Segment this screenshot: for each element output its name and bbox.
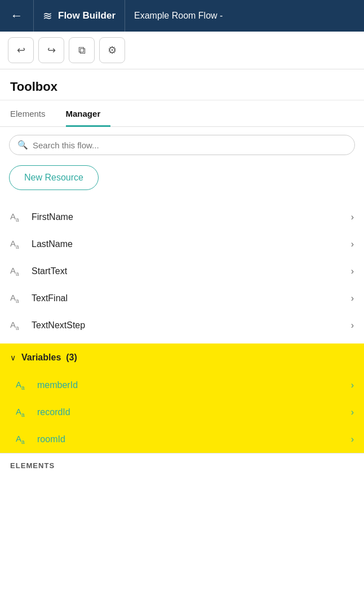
string-type-icon: Aa: [10, 320, 25, 331]
search-icon: 🔍: [17, 140, 28, 150]
resource-name: StartText: [32, 266, 344, 276]
tabs-container: Elements Manager: [0, 100, 364, 127]
list-item[interactable]: Aa roomId ›: [0, 426, 364, 453]
variables-header[interactable]: ∨ Variables (3): [0, 343, 364, 372]
chevron-right-icon: ›: [351, 266, 354, 276]
string-type-icon: Aa: [16, 407, 30, 418]
toolbox-title: Toolbox: [0, 69, 364, 100]
string-type-icon: Aa: [10, 239, 25, 250]
list-item[interactable]: Aa FirstName ›: [0, 204, 364, 231]
tab-manager[interactable]: Manager: [66, 101, 111, 127]
search-container: 🔍: [0, 127, 364, 163]
chevron-right-icon: ›: [351, 293, 354, 303]
list-item[interactable]: Aa TextFinal ›: [0, 285, 364, 312]
back-arrow-icon: ←: [11, 8, 23, 23]
new-resource-button[interactable]: New Resource: [9, 165, 99, 190]
chevron-right-icon: ›: [351, 239, 354, 249]
copy-button[interactable]: ⧉: [69, 37, 95, 63]
variables-collapse-icon: ∨: [10, 353, 16, 362]
brand-title: Flow Builder: [58, 10, 116, 21]
chevron-right-icon: ›: [351, 380, 354, 390]
back-button[interactable]: ←: [0, 0, 34, 32]
elements-section-label: ELEMENTS: [0, 453, 364, 473]
variables-title: Variables (3): [21, 353, 77, 363]
chevron-right-icon: ›: [351, 407, 354, 417]
chevron-right-icon: ›: [351, 320, 354, 331]
variable-name: recordId: [37, 407, 344, 417]
variable-name: memberId: [37, 380, 344, 390]
list-item[interactable]: Aa memberId ›: [0, 372, 364, 399]
search-box: 🔍: [9, 135, 355, 155]
flow-builder-icon: ≋: [43, 9, 52, 23]
undo-button[interactable]: ↩: [8, 37, 34, 63]
resource-name: FirstName: [32, 212, 344, 222]
list-item[interactable]: Aa recordId ›: [0, 399, 364, 426]
string-type-icon: Aa: [16, 380, 30, 391]
brand-section: ≋ Flow Builder: [34, 0, 125, 32]
list-item[interactable]: Aa LastName ›: [0, 231, 364, 258]
search-input[interactable]: [33, 140, 347, 150]
flow-name-label: Example Room Flow -: [134, 11, 223, 21]
redo-button[interactable]: ↪: [38, 37, 64, 63]
toolbar: ↩ ↪ ⧉ ⚙: [0, 32, 364, 69]
tab-elements[interactable]: Elements: [10, 101, 56, 127]
resource-name: LastName: [32, 239, 344, 249]
flow-name-section: Example Room Flow -: [125, 0, 364, 32]
resource-name: TextNextStep: [32, 320, 344, 331]
string-type-icon: Aa: [10, 212, 25, 223]
app-header: ← ≋ Flow Builder Example Room Flow -: [0, 0, 364, 32]
variable-name: roomId: [37, 434, 344, 444]
resource-name: TextFinal: [32, 293, 344, 303]
string-type-icon: Aa: [10, 266, 25, 277]
chevron-right-icon: ›: [351, 212, 354, 222]
string-type-icon: Aa: [10, 293, 25, 304]
string-type-icon: Aa: [16, 434, 30, 445]
list-item[interactable]: Aa StartText ›: [0, 258, 364, 285]
list-item[interactable]: Aa TextNextStep ›: [0, 312, 364, 339]
resource-list: Aa FirstName › Aa LastName › Aa StartTex…: [0, 199, 364, 343]
chevron-right-icon: ›: [351, 434, 354, 444]
settings-button[interactable]: ⚙: [99, 37, 125, 63]
variables-section: ∨ Variables (3) Aa memberId › Aa recordI…: [0, 343, 364, 453]
new-resource-container: New Resource: [0, 163, 364, 199]
